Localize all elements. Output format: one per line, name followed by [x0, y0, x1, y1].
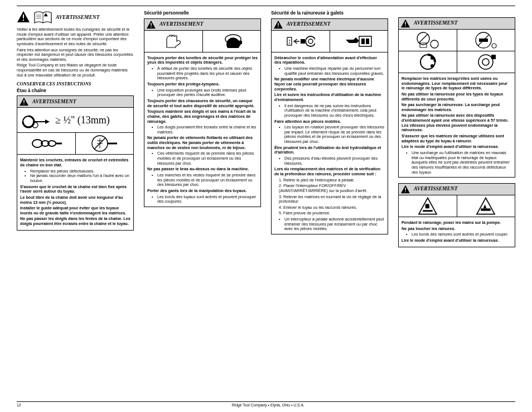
hook-spec-icon [20, 109, 53, 131]
ppe-b7t: Porter des gants lors de la manipulation… [147, 189, 258, 194]
svg-rect-37 [420, 43, 427, 47]
chain-warn-box: AVERTISSEMENT ≥ ½" (13mm) [17, 95, 134, 230]
svg-point-29 [308, 39, 313, 44]
svg-point-47 [482, 59, 489, 65]
page-footer: 12 Ridge Tool Company • Elyria, Ohio • U… [17, 400, 515, 408]
chain-l4: Installer le guide adéquat pour éviter q… [20, 206, 130, 215]
gloves-icon [162, 33, 185, 50]
svg-rect-27 [301, 39, 305, 44]
save-instructions: CONSERVER CES INSTRUCTIONS [17, 81, 134, 87]
pinch-warn-box: AVERTISSEMENT Pendant le [398, 183, 515, 247]
chain-sub1b: •Ne jamais raccorder deux maillons l'un … [20, 174, 130, 183]
wheel-w2: Ne pas utiliser la rainureuse pour les t… [402, 92, 512, 102]
disc-d6b: 2. Placer l'interrupteur FOR/OFF/REV (AV… [274, 184, 385, 193]
pinch-p3: Les bords des rainures sont acérés et pe… [412, 232, 508, 237]
svg-rect-34 [405, 26, 405, 26]
disc-d4a: Les tuyaux en rotation peuvent provoquer… [284, 125, 385, 145]
hand-cut-icon [475, 197, 497, 215]
svg-rect-22 [278, 23, 278, 26]
svg-rect-21 [236, 41, 242, 44]
disc-d6f: Un interrupteur à pédale actionné accide… [284, 217, 385, 232]
footer-center: Ridge Tool Company • Elyria, Ohio • U.S.… [232, 403, 304, 408]
disc-d5a: Des pressions d'eau élevées peuvent prov… [284, 156, 385, 166]
svg-point-28 [306, 36, 315, 46]
svg-point-44 [431, 56, 434, 60]
svg-point-46 [478, 55, 493, 69]
svg-rect-50 [405, 191, 405, 192]
disc-d6d: 4. Enlever le tuyau ou les raccords rain… [274, 205, 385, 210]
svg-rect-30 [359, 36, 371, 46]
svg-rect-17 [151, 23, 151, 26]
ppe-b1t: Toujours porter des lunettes de sécurité… [147, 56, 258, 65]
warning-triangle-icon [400, 19, 410, 28]
svg-rect-48 [491, 55, 496, 59]
svg-rect-0 [23, 15, 24, 18]
wheel-w7: Une surcharge ou l'utilisation de matric… [412, 151, 512, 175]
head-protection-icon [217, 32, 245, 50]
warning-triangle-icon [273, 20, 283, 29]
no-finger-icon [90, 134, 118, 153]
intro-p2: Faire très attention aux consignes de sé… [17, 48, 134, 63]
manual-icon [33, 11, 52, 25]
chain-l3: Le bout libre de la chaîne doit avoir un… [20, 195, 130, 205]
ppe-b2t: Toujours porter des protège-tympans. [147, 82, 258, 87]
warn-bar-title: AVERTISSEMENT [32, 99, 76, 105]
disc-d1t: Débrancher le cordon d'alimentation avan… [274, 56, 385, 65]
ppe-b5t: Ne jamais porter de vêtements flottants … [147, 136, 258, 150]
die-set-icon [473, 52, 498, 71]
svg-rect-18 [151, 26, 151, 27]
pinch-p2: Ne pas toucher les rainures. [402, 227, 512, 232]
warning-triangle-icon [400, 185, 410, 194]
hand-crush-icon [417, 197, 439, 215]
disc-d5t: Être prudent lors de l'utilisation du te… [274, 146, 385, 155]
ppe-b5a: Ces vêtements risquent de se prendre dan… [157, 151, 258, 166]
spec-text: ≥ ½" (13mm) [55, 114, 110, 127]
ppe-warn-box: AVERTISSEMENT [144, 18, 261, 207]
ppe-b4t: Toujours maintenir ses doigts et ses mai… [147, 109, 258, 124]
warn-bar-title: AVERTISSEMENT [414, 186, 458, 192]
ppe-b3t: Toujours porter des chaussures de sécuri… [147, 99, 258, 108]
svg-rect-51 [423, 210, 432, 212]
warning-triangle-icon [19, 97, 29, 106]
chain-hook-icon [30, 135, 63, 152]
warning-triangle-icon [146, 20, 156, 29]
svg-point-26 [289, 42, 290, 44]
ppe-b1a: À défaut de porter des lunettes de sécur… [157, 66, 258, 81]
svg-point-38 [431, 40, 438, 48]
warning-triangle-icon [17, 11, 30, 23]
svg-rect-49 [405, 188, 405, 190]
disc-d4t: Faire attention aux pièces mobiles. [274, 119, 385, 124]
svg-rect-6 [23, 100, 24, 103]
chain-vise-heading: Étau à chaîne [17, 88, 134, 94]
pinch-p4: Lire le mode d'emploi avant d'utiliser l… [402, 238, 512, 243]
disc-d6t: Lors du remplacement des matrices et de … [274, 167, 385, 176]
disc-d3a: Il est dangereux de ne pas suivre les in… [284, 104, 385, 118]
svg-rect-41 [479, 39, 488, 42]
wheel-warn-box: AVERTISSEMENT [398, 17, 515, 178]
wheel-w6: Lire le mode d'emploi avant d'utiliser l… [402, 145, 512, 150]
disc-d6e: 5. Faire preuve de prudence. [274, 211, 385, 216]
ppe-b4a: Les doigts pourraient être écrasés entre… [157, 125, 258, 135]
intro-p1: Veiller à lire attentivement toutes les … [17, 27, 134, 47]
chain-l5: Ne pas passer les doigts dans les fentes… [20, 217, 130, 226]
svg-rect-33 [405, 22, 405, 25]
page-number: 12 [17, 403, 21, 408]
no-wrong-pipe-icon [473, 31, 498, 50]
wheel-w3: Ne pas surcharger la rainureuse. La surc… [402, 103, 512, 112]
svg-rect-23 [278, 26, 278, 27]
disc-warn-box: AVERTISSEMENT [271, 18, 388, 234]
disc-d3t: Lire et suivre les instructions d'utilis… [274, 93, 385, 102]
svg-rect-1 [23, 20, 24, 21]
svg-point-42 [492, 44, 496, 48]
disc-d2t: Ne jamais modifier une machine électriqu… [274, 77, 385, 92]
disc-d1a: Une machine électrique réparée par du pe… [284, 66, 385, 76]
svg-rect-24 [287, 37, 292, 45]
svg-point-25 [289, 40, 290, 41]
ppe-b6a: Les manches et les vestes risquent de se… [157, 173, 258, 188]
warn-bar-title: AVERTISSEMENT [287, 21, 331, 27]
wheel-w5: S'assurer que les matrices de rainurage … [402, 134, 512, 143]
chain-l1: Maintenir les crochets, entraves de croc… [20, 158, 130, 167]
warning-heading: AVERTISSEMENT [56, 15, 100, 21]
svg-rect-32 [366, 39, 369, 44]
personal-safety-heading: Sécurité personnelle [144, 11, 261, 16]
